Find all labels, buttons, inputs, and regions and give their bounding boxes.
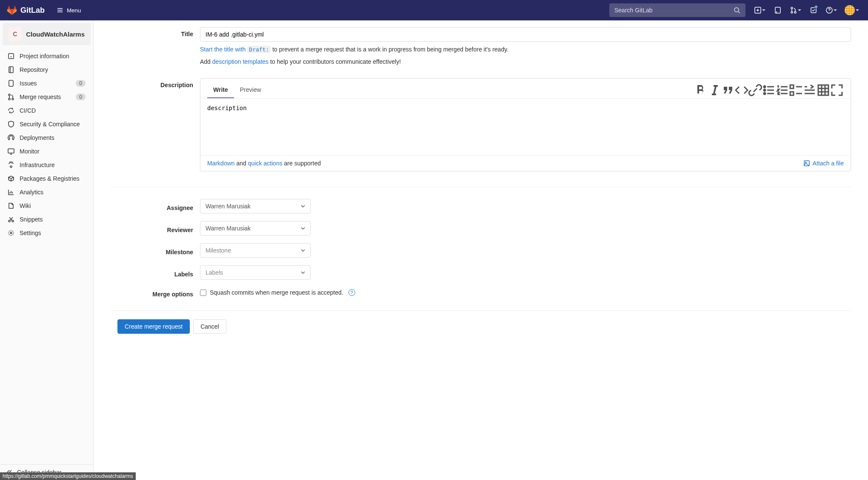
sidebar-item-analytics[interactable]: Analytics xyxy=(0,185,93,199)
numbered-list-button[interactable] xyxy=(776,83,789,97)
assignee-label: Assignee xyxy=(111,201,200,211)
snippets-icon xyxy=(8,216,14,223)
fullscreen-button[interactable] xyxy=(830,83,844,97)
sidebar-item-label: Deployments xyxy=(20,134,86,141)
top-header: GitLab Menu xyxy=(0,0,868,20)
sidebar-item-deployments[interactable]: Deployments xyxy=(0,131,93,145)
svg-rect-2 xyxy=(775,7,780,13)
wiki-icon xyxy=(8,202,14,209)
create-new-button[interactable] xyxy=(751,3,769,17)
svg-point-0 xyxy=(734,8,739,12)
bullet-list-button[interactable] xyxy=(762,83,776,97)
menu-button[interactable]: Menu xyxy=(53,3,84,17)
markdown-link[interactable]: Markdown xyxy=(207,160,235,167)
chevron-down-icon xyxy=(301,204,305,208)
package-icon xyxy=(8,175,14,182)
fullscreen-icon xyxy=(830,83,844,97)
infrastructure-icon xyxy=(8,162,14,168)
user-menu-button[interactable] xyxy=(842,3,861,17)
sidebar-item-issues[interactable]: Issues 0 xyxy=(0,77,93,90)
sidebar-item-snippets[interactable]: Snippets xyxy=(0,213,93,226)
description-textarea[interactable] xyxy=(200,99,851,154)
tab-write[interactable]: Write xyxy=(207,82,234,98)
labels-label: Labels xyxy=(111,267,200,278)
sidebar-item-cicd[interactable]: CI/CD xyxy=(0,104,93,117)
collapse-button[interactable] xyxy=(803,83,817,97)
labels-placeholder: Labels xyxy=(206,269,223,276)
bold-button[interactable] xyxy=(694,83,708,97)
sidebar-item-project-information[interactable]: Project information xyxy=(0,49,93,63)
gear-icon xyxy=(8,230,14,236)
svg-rect-23 xyxy=(818,85,828,95)
chevron-down-icon xyxy=(762,9,765,11)
task-list-button[interactable] xyxy=(789,83,803,97)
help-icon[interactable]: ? xyxy=(348,289,355,296)
svg-point-16 xyxy=(12,220,14,222)
gitlab-logo-icon xyxy=(7,5,17,15)
title-label: Title xyxy=(111,27,200,37)
search-input[interactable] xyxy=(614,7,734,14)
draft-hint: Start the title with Draft: to prevent a… xyxy=(200,45,851,54)
help-button[interactable] xyxy=(822,3,841,17)
sidebar-item-packages[interactable]: Packages & Registries xyxy=(0,172,93,185)
sidebar-item-repository[interactable]: Repository xyxy=(0,63,93,77)
milestone-dropdown[interactable]: Milestone xyxy=(200,243,311,258)
sidebar-item-label: Infrastructure xyxy=(20,162,86,168)
deployments-icon xyxy=(8,134,14,141)
table-button[interactable] xyxy=(817,83,830,97)
search-box[interactable] xyxy=(609,3,745,17)
project-header[interactable]: C CloudWatchAlarms xyxy=(3,23,91,45)
link-button[interactable] xyxy=(748,83,762,97)
quote-button[interactable] xyxy=(721,83,735,97)
editor-footer: Markdown and quick actions are supported… xyxy=(200,155,851,171)
squash-label: Squash commits when merge request is acc… xyxy=(210,289,343,296)
title-input[interactable] xyxy=(200,27,851,42)
sidebar-item-security[interactable]: Security & Compliance xyxy=(0,117,93,131)
reviewer-dropdown[interactable]: Warren Marusiak xyxy=(200,221,311,236)
monitor-icon xyxy=(8,148,14,155)
sidebar-item-label: Issues xyxy=(20,80,71,87)
quote-icon xyxy=(721,83,735,97)
chevron-down-icon xyxy=(798,9,801,11)
shield-icon xyxy=(8,121,14,128)
issues-shortcut-button[interactable] xyxy=(771,3,785,17)
assignee-dropdown[interactable]: Warren Marusiak xyxy=(200,199,311,213)
attach-file-button[interactable]: Attach a file xyxy=(803,160,844,167)
gitlab-logo-link[interactable]: GitLab xyxy=(7,5,45,15)
assignee-value: Warren Marusiak xyxy=(206,203,251,210)
sidebar-item-merge-requests[interactable]: Merge requests 0 xyxy=(0,90,93,104)
sidebar-item-monitor[interactable]: Monitor xyxy=(0,145,93,158)
project-icon xyxy=(8,53,14,60)
notification-dot-icon xyxy=(814,5,818,9)
italic-button[interactable] xyxy=(708,83,721,97)
cancel-button[interactable]: Cancel xyxy=(193,319,226,334)
menu-label: Menu xyxy=(67,7,81,14)
sidebar-item-infrastructure[interactable]: Infrastructure xyxy=(0,158,93,172)
description-templates-link[interactable]: description templates xyxy=(212,58,268,65)
sidebar-item-settings[interactable]: Settings xyxy=(0,226,93,240)
reviewer-label: Reviewer xyxy=(111,223,200,233)
template-hint: Add description templates to help your c… xyxy=(200,57,851,66)
code-button[interactable] xyxy=(735,83,748,97)
todos-button[interactable] xyxy=(807,3,820,17)
quick-actions-link[interactable]: quick actions xyxy=(248,160,283,167)
chevron-down-icon xyxy=(301,248,305,253)
tab-preview[interactable]: Preview xyxy=(234,82,267,98)
merge-requests-shortcut-button[interactable] xyxy=(786,3,805,17)
sidebar-item-label: Security & Compliance xyxy=(20,121,86,128)
labels-dropdown[interactable]: Labels xyxy=(200,265,311,280)
cicd-icon xyxy=(8,107,14,114)
svg-point-13 xyxy=(12,98,14,100)
sidebar-item-wiki[interactable]: Wiki xyxy=(0,199,93,213)
sidebar: C CloudWatchAlarms Project information R… xyxy=(0,20,94,359)
search-icon xyxy=(734,7,740,14)
create-merge-request-button[interactable]: Create merge request xyxy=(117,319,190,334)
assignee-row: Assignee Warren Marusiak xyxy=(111,199,851,213)
header-actions xyxy=(751,3,861,17)
squash-checkbox[interactable] xyxy=(200,290,206,296)
sidebar-item-label: Project information xyxy=(20,53,86,60)
draft-link[interactable]: Start the title with Draft: xyxy=(200,46,271,53)
merge-request-icon xyxy=(8,94,14,100)
chevron-down-icon xyxy=(301,226,305,230)
task-list-icon xyxy=(789,83,803,97)
